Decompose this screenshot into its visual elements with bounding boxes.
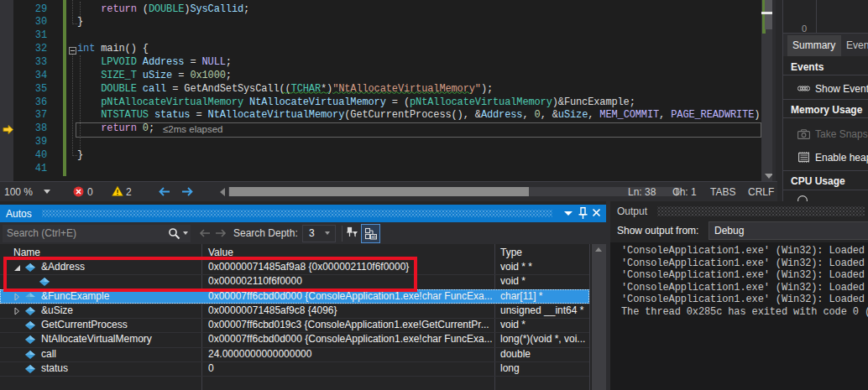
svg-text:ab: ab: [371, 234, 376, 239]
